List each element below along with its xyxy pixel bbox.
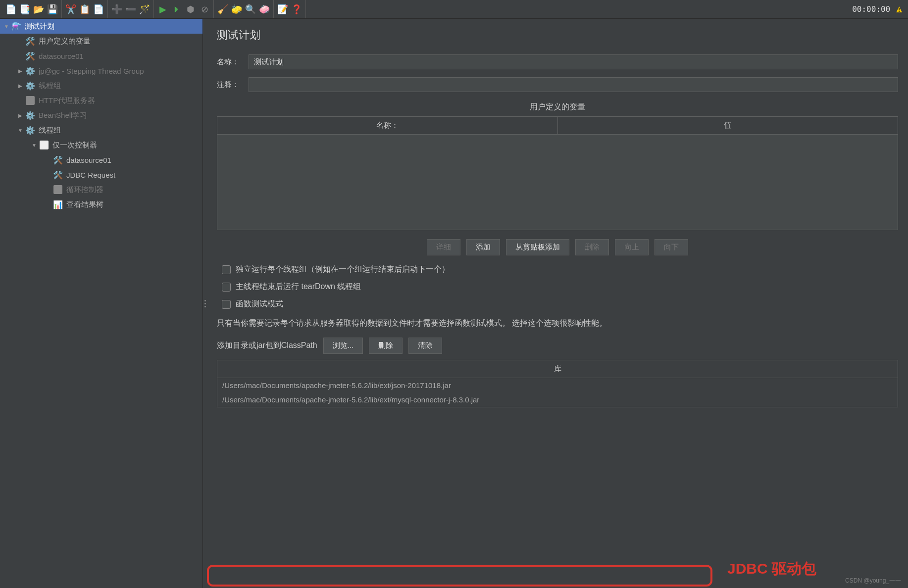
panel-title: 测试计划: [217, 28, 898, 43]
tree-label: 线程组: [39, 126, 61, 135]
tree-item[interactable]: 🛠️用户定义的变量: [0, 34, 202, 49]
shutdown-icon[interactable]: ⊘: [199, 3, 210, 15]
tree-item[interactable]: ▶⚙️BeanShell学习: [0, 108, 202, 123]
tree-item[interactable]: ▼仅一次控制器: [0, 138, 202, 152]
functional-test-label: 函数测试模式: [236, 299, 283, 309]
tree-item[interactable]: 🛠️datasource01: [0, 49, 202, 63]
expand-arrow-icon[interactable]: ▼: [31, 143, 38, 148]
functional-test-checkbox[interactable]: [222, 300, 231, 309]
comment-label: 注释：: [217, 80, 249, 90]
cut-icon[interactable]: ✂️: [65, 3, 77, 15]
tree-label: HTTP代理服务器: [39, 96, 95, 105]
tree-label: 测试计划: [25, 22, 54, 31]
save-icon[interactable]: 💾: [47, 3, 58, 15]
run-icon[interactable]: ▶: [157, 3, 169, 15]
user-vars-header: 用户定义的变量: [217, 102, 898, 112]
classpath-label: 添加目录或jar包到ClassPath: [217, 341, 317, 351]
col-value[interactable]: 值: [558, 117, 898, 134]
minus-icon[interactable]: ➖: [125, 3, 137, 15]
elapsed-time: 00:00:00: [852, 4, 890, 14]
library-table: 库 /Users/mac/Documents/apache-jmeter-5.6…: [217, 360, 898, 407]
tree-label: jp@gc - Stepping Thread Group: [39, 67, 144, 75]
annotation-text: JDBC 驱动包: [727, 559, 816, 579]
tree-item[interactable]: ▼⚗️测试计划: [0, 19, 202, 34]
up-button[interactable]: 向上: [615, 239, 649, 255]
wand-icon[interactable]: 🪄: [139, 3, 151, 15]
watermark: CSDN @young_一一: [845, 577, 901, 585]
vars-body[interactable]: [217, 135, 898, 230]
tree-label: 循环控制器: [66, 185, 103, 195]
plus-icon[interactable]: ➕: [111, 3, 123, 15]
tree-label: datasource01: [39, 52, 84, 60]
user-vars-table: 名称： 值: [217, 116, 898, 230]
tree-item[interactable]: ▶⚙️jp@gc - Stepping Thread Group: [0, 63, 202, 78]
expand-arrow-icon[interactable]: ▶: [17, 113, 24, 118]
run-serial-label: 独立运行每个线程组（例如在一个组运行结束后启动下一个）: [236, 264, 450, 275]
tree-item[interactable]: 📊查看结果树: [0, 197, 202, 212]
add-button[interactable]: 添加: [466, 239, 500, 255]
functional-test-note: 只有当你需要记录每个请求从服务器取得的数据到文件时才需要选择函数测试模式。 选择…: [217, 318, 898, 329]
add-from-clipboard-button[interactable]: 从剪贴板添加: [506, 239, 569, 255]
test-plan-tree[interactable]: ▼⚗️测试计划🛠️用户定义的变量🛠️datasource01▶⚙️jp@gc -…: [0, 19, 203, 588]
splitter[interactable]: [203, 19, 207, 588]
expand-arrow-icon[interactable]: ▼: [17, 128, 24, 133]
tree-label: 用户定义的变量: [39, 37, 91, 46]
stop-icon[interactable]: ⬢: [185, 3, 197, 15]
tree-label: JDBC Request: [66, 171, 115, 179]
col-name[interactable]: 名称：: [217, 117, 558, 134]
function-helper-icon[interactable]: 📝: [277, 3, 289, 15]
annotation-highlight: [207, 565, 712, 587]
name-label: 名称：: [217, 57, 249, 67]
expand-arrow-icon[interactable]: ▼: [3, 24, 10, 29]
paste-icon[interactable]: 📄: [93, 3, 104, 15]
teardown-label: 主线程结束后运行 tearDown 线程组: [236, 282, 361, 292]
warning-icon[interactable]: ▲: [894, 3, 904, 15]
tree-item[interactable]: 🛠️datasource01: [0, 152, 202, 167]
library-header[interactable]: 库: [217, 360, 898, 378]
browse-button[interactable]: 浏览...: [323, 338, 363, 354]
tree-item[interactable]: ▶⚙️线程组: [0, 78, 202, 93]
expand-arrow-icon[interactable]: ▶: [17, 83, 24, 89]
expand-arrow-icon[interactable]: ▶: [17, 68, 24, 74]
delete-lib-button[interactable]: 删除: [369, 338, 403, 354]
help-icon[interactable]: ❓: [291, 3, 303, 15]
clear-icon[interactable]: 🧹: [217, 3, 229, 15]
copy-icon[interactable]: 📋: [79, 3, 91, 15]
tree-item[interactable]: 循环控制器: [0, 182, 202, 197]
library-row[interactable]: /Users/mac/Documents/apache-jmeter-5.6.2…: [217, 392, 898, 407]
comment-input[interactable]: [249, 77, 898, 92]
reset-search-icon[interactable]: 🧼: [258, 3, 270, 15]
tree-label: 查看结果树: [66, 200, 103, 209]
detail-button[interactable]: 详细: [427, 239, 460, 255]
clear-all-icon[interactable]: 🧽: [231, 3, 243, 15]
content-panel: 测试计划 名称： 注释： 用户定义的变量 名称： 值 详细 添加 从剪贴板添加 …: [207, 19, 908, 588]
run-no-timer-icon[interactable]: ⏵: [171, 3, 183, 15]
delete-button[interactable]: 删除: [575, 239, 609, 255]
clear-lib-button[interactable]: 清除: [408, 338, 442, 354]
down-button[interactable]: 向下: [655, 239, 688, 255]
new-file-icon[interactable]: 📄: [5, 3, 17, 15]
tree-label: BeanShell学习: [39, 111, 87, 120]
run-serial-checkbox[interactable]: [222, 265, 231, 274]
search-icon[interactable]: 🔍: [245, 3, 256, 15]
name-input[interactable]: [249, 54, 898, 69]
library-row[interactable]: /Users/mac/Documents/apache-jmeter-5.6.2…: [217, 378, 898, 392]
tree-item[interactable]: HTTP代理服务器: [0, 93, 202, 108]
tree-item[interactable]: 🛠️JDBC Request: [0, 167, 202, 182]
main-toolbar: 📄 📑 📂 💾 ✂️ 📋 📄 ➕ ➖ 🪄 ▶ ⏵ ⬢ ⊘ 🧹 🧽 🔍 🧼 📝 ❓…: [0, 0, 908, 19]
teardown-checkbox[interactable]: [222, 283, 231, 292]
tree-label: datasource01: [66, 156, 111, 164]
tree-label: 线程组: [39, 81, 61, 91]
tree-label: 仅一次控制器: [52, 141, 97, 150]
open-icon[interactable]: 📂: [33, 3, 45, 15]
tree-item[interactable]: ▼⚙️线程组: [0, 123, 202, 138]
templates-icon[interactable]: 📑: [19, 3, 31, 15]
